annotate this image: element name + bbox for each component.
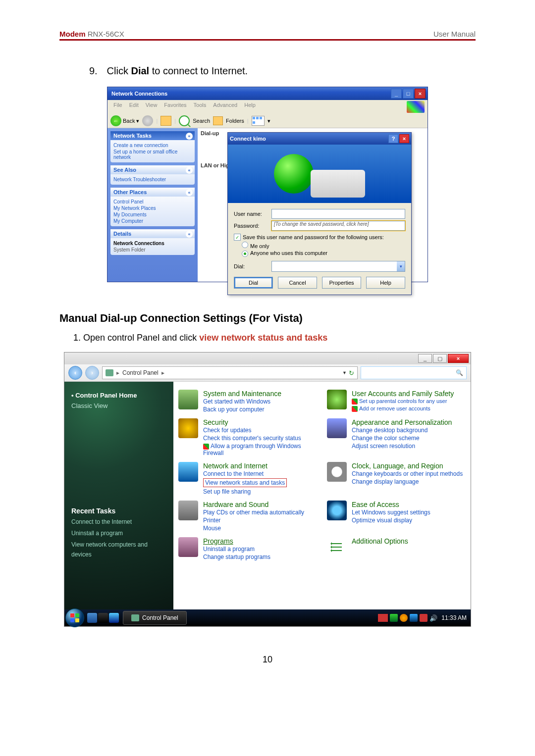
xp-titlebar[interactable]: Network Connections _ □ × <box>107 87 428 100</box>
properties-button[interactable]: Properties <box>322 277 361 289</box>
username-input[interactable] <box>271 209 405 219</box>
menu-advanced[interactable]: Advanced <box>210 101 240 113</box>
menu-edit[interactable]: Edit <box>126 101 142 113</box>
backup-link[interactable]: Back up your computer <box>203 405 281 413</box>
add-remove-users-link[interactable]: Add or remove user accounts <box>352 405 454 412</box>
collapse-icon[interactable]: « <box>186 133 193 140</box>
dial-button[interactable]: Dial <box>234 277 273 289</box>
network-troubleshooter-link[interactable]: Network Troubleshooter <box>113 176 192 183</box>
menu-file[interactable]: File <box>110 101 125 113</box>
network-places-link[interactable]: My Network Places <box>113 205 192 211</box>
minimize-button[interactable]: _ <box>418 354 432 363</box>
vista-taskbar[interactable]: Control Panel 🔊 11:33 AM <box>64 609 471 626</box>
menu-help[interactable]: Help <box>241 101 259 113</box>
color-scheme-link[interactable]: Change the color scheme <box>352 434 452 442</box>
save-credentials-checkbox[interactable]: ✓ <box>234 234 241 241</box>
maximize-button[interactable]: ▢ <box>433 354 447 363</box>
collapse-icon[interactable]: « <box>186 189 193 196</box>
uninstall-program-link[interactable]: Uninstall a program <box>203 545 270 553</box>
mouse-link[interactable]: Mouse <box>203 524 304 532</box>
firewall-link[interactable]: Allow a program through Windows Firewall <box>203 442 317 457</box>
language-indicator[interactable] <box>378 614 388 622</box>
cancel-button[interactable]: Cancel <box>278 277 317 289</box>
me-only-radio[interactable] <box>242 242 248 248</box>
tray-icon[interactable] <box>400 614 408 622</box>
collapse-icon[interactable]: « <box>186 231 193 238</box>
user-accounts-category[interactable]: User Accounts and Family Safety <box>352 390 454 398</box>
control-panel-home-link[interactable]: Control Panel Home <box>71 391 166 401</box>
quick-launch-item[interactable] <box>98 613 108 623</box>
start-button[interactable] <box>65 608 84 627</box>
recent-task-view-network[interactable]: View network computers and devices <box>71 539 166 560</box>
folders-label[interactable]: Folders <box>226 118 244 124</box>
password-input[interactable]: [To change the saved password, click her… <box>271 221 405 231</box>
forward-button[interactable] <box>142 115 153 126</box>
menu-view[interactable]: View <box>143 101 160 113</box>
classic-view-link[interactable]: Classic View <box>71 401 166 411</box>
refresh-icon[interactable]: ↻ <box>349 369 354 377</box>
menu-tools[interactable]: Tools <box>191 101 210 113</box>
system-maintenance-category[interactable]: System and Maintenance <box>203 390 281 398</box>
details-header[interactable]: Details « <box>110 229 195 238</box>
additional-options-category[interactable]: Additional Options <box>352 537 408 545</box>
search-box[interactable]: 🔍 <box>361 366 467 379</box>
back-button[interactable]: ← Back ▾ <box>110 115 139 126</box>
folders-icon[interactable] <box>213 116 223 125</box>
hardware-sound-category[interactable]: Hardware and Sound <box>203 501 304 508</box>
quick-launch-item[interactable] <box>109 613 119 623</box>
tray-icon[interactable] <box>390 614 398 622</box>
security-status-link[interactable]: Check this computer's security status <box>203 434 317 442</box>
network-tray-icon[interactable] <box>410 614 418 622</box>
search-icon[interactable] <box>179 115 190 126</box>
recent-task-connect[interactable]: Connect to the Internet <box>71 516 166 528</box>
desktop-bg-link[interactable]: Change desktop background <box>352 426 452 434</box>
menu-favorites[interactable]: Favorites <box>161 101 189 113</box>
security-category[interactable]: Security <box>203 418 317 426</box>
create-connection-link[interactable]: Create a new connection <box>113 142 192 149</box>
screen-resolution-link[interactable]: Adjust screen resolution <box>352 442 452 450</box>
connect-internet-link[interactable]: Connect to the Internet <box>203 470 287 478</box>
taskbar-control-panel-button[interactable]: Control Panel <box>123 611 187 625</box>
display-language-link[interactable]: Change display language <box>352 478 463 486</box>
autoplay-link[interactable]: Play CDs or other media automatically <box>203 508 304 516</box>
my-documents-link[interactable]: My Documents <box>113 211 192 218</box>
setup-network-link[interactable]: Set up a home or small office network <box>113 149 192 160</box>
quick-launch-item[interactable] <box>87 613 97 623</box>
back-button[interactable]: ‹ <box>68 366 82 380</box>
visual-display-link[interactable]: Optimize visual display <box>352 516 430 524</box>
keyboards-link[interactable]: Change keyboards or other input methods <box>352 470 463 478</box>
file-sharing-link[interactable]: Set up file sharing <box>203 488 287 496</box>
dial-number-select[interactable]: ▾ <box>271 261 405 272</box>
connect-dialog-titlebar[interactable]: Connect kimo ? × <box>228 133 411 145</box>
collapse-icon[interactable]: « <box>186 167 193 174</box>
search-label[interactable]: Search <box>193 118 210 124</box>
tray-icon[interactable] <box>420 614 428 622</box>
up-folder-button[interactable] <box>160 116 171 126</box>
help-button[interactable]: ? <box>388 134 398 143</box>
appearance-category[interactable]: Appearance and Personalization <box>352 418 452 426</box>
get-started-link[interactable]: Get started with Windows <box>203 398 281 405</box>
location-dropdown-icon[interactable]: ▼ <box>342 370 347 375</box>
anyone-radio[interactable] <box>242 251 248 257</box>
close-button[interactable]: × <box>448 354 469 363</box>
other-places-header[interactable]: Other Places « <box>110 188 195 197</box>
breadcrumb-control-panel[interactable]: Control Panel <box>122 369 159 376</box>
printer-link[interactable]: Printer <box>203 516 304 524</box>
close-button[interactable]: × <box>399 134 409 143</box>
help-button[interactable]: Help <box>366 277 405 289</box>
parental-controls-link[interactable]: Set up parental controls for any user <box>352 398 454 405</box>
xp-menubar[interactable]: File Edit View Favorites Tools Advanced … <box>107 100 428 114</box>
network-status-link[interactable]: View network status and tasks <box>203 478 287 488</box>
close-button[interactable]: × <box>415 89 426 99</box>
programs-category[interactable]: Programs <box>203 537 270 545</box>
forward-button[interactable]: › <box>85 366 99 380</box>
startup-programs-link[interactable]: Change startup programs <box>203 553 270 561</box>
my-computer-link[interactable]: My Computer <box>113 218 192 224</box>
network-tasks-header[interactable]: Network Tasks « <box>110 131 195 140</box>
minimize-button[interactable]: _ <box>391 89 402 99</box>
clock[interactable]: 11:33 AM <box>441 614 467 621</box>
suggest-settings-link[interactable]: Let Windows suggest settings <box>352 508 430 516</box>
control-panel-link[interactable]: Control Panel <box>113 199 192 205</box>
volume-icon[interactable]: 🔊 <box>429 614 437 622</box>
ease-of-access-category[interactable]: Ease of Access <box>352 501 430 508</box>
